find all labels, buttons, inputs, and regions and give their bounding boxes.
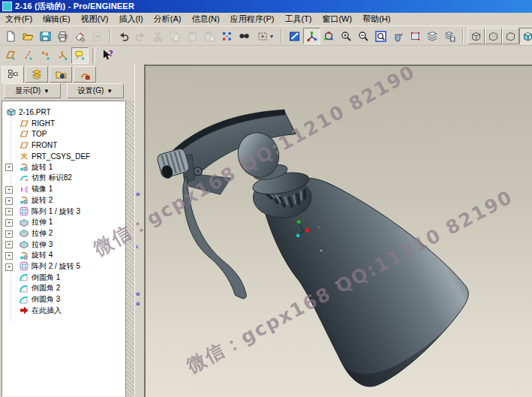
regenerate-button[interactable] (218, 28, 236, 44)
title-bar: 2-16 (活动的) - Pro/ENGINEER (0, 0, 532, 13)
zoom-out-icon (357, 30, 370, 43)
annotation-display-toggle[interactable] (71, 47, 89, 64)
erase-display-button[interactable] (71, 28, 89, 44)
view-manager-icon (443, 30, 456, 43)
folder-browser-icon (55, 68, 68, 81)
datum-axis-display-toggle[interactable] (20, 47, 37, 64)
expand-icon[interactable]: + (5, 219, 13, 227)
refit-button[interactable] (372, 28, 389, 44)
cut-icon (152, 30, 164, 43)
orient-mode-button[interactable] (320, 28, 338, 44)
expand-icon[interactable]: + (5, 197, 13, 205)
menu-view[interactable]: 视图(V) (76, 13, 114, 26)
sash-collapse-arrow[interactable]: ‹ (136, 244, 138, 250)
tree-item-round-1[interactable]: 倒圆角 1 (2, 272, 125, 283)
zoom-in-button[interactable] (338, 28, 355, 44)
find-button[interactable] (236, 28, 253, 44)
tree-item-revolve-1[interactable]: +旋转 1 (2, 161, 125, 173)
csys-display-toggle[interactable] (54, 47, 71, 64)
revolve-icon (19, 195, 29, 205)
wireframe-button[interactable] (467, 28, 485, 44)
menu-analysis[interactable]: 分析(A) (149, 13, 187, 26)
tree-item-pattern-1[interactable]: +阵列 1 / 旋转 3 (2, 206, 125, 217)
tree-item-revolve-2[interactable]: +旋转 2 (2, 195, 125, 206)
tree-item-label: 拉伸 1 (32, 217, 53, 227)
cube-wireframe-icon (470, 30, 482, 43)
tree-item-mirror-1[interactable]: +镜像 1 (2, 184, 125, 195)
layers-button[interactable] (424, 28, 441, 44)
paste-icon (186, 30, 199, 43)
tree-item-trim-82[interactable]: 切剪 标识82 (2, 173, 125, 184)
undo-button[interactable] (115, 28, 132, 44)
datum-point-display-toggle[interactable] (37, 47, 54, 64)
tree-item-part[interactable]: 2-16.PRT (2, 107, 125, 118)
print-button[interactable] (54, 28, 71, 44)
menu-tools[interactable]: 工具(T) (279, 13, 317, 26)
expand-icon[interactable]: + (5, 164, 13, 171)
tree-item-insert-here[interactable]: 在此插入 (2, 305, 125, 316)
zoom-out-button[interactable] (355, 28, 372, 44)
cut-button (149, 28, 167, 44)
tree-item-extrude-3[interactable]: +拉伸 3 (2, 239, 125, 250)
tree-item-csys[interactable]: PRT_CSYS_DEF (2, 151, 125, 162)
menu-window[interactable]: 窗口(W) (317, 13, 357, 26)
expand-icon[interactable]: + (5, 208, 13, 215)
layers-icon (426, 30, 439, 43)
expand-icon[interactable]: + (5, 186, 13, 194)
menu-applications[interactable]: 应用程序(P) (225, 13, 280, 26)
expand-icon[interactable]: + (5, 252, 13, 260)
tab-layer-tree[interactable] (26, 66, 48, 83)
reorient-view-button[interactable] (389, 28, 407, 44)
expand-icon[interactable]: + (5, 241, 13, 248)
named-views-button[interactable] (407, 28, 424, 44)
save-button[interactable] (37, 28, 54, 44)
erase-icon (74, 30, 86, 43)
tab-folder-browser[interactable] (50, 66, 72, 83)
menu-help[interactable]: 帮助(H) (357, 13, 395, 26)
datum-plane-display-icon (5, 49, 17, 62)
tree-item-top[interactable]: TOP (2, 128, 125, 140)
sash-collapse-arrow[interactable]: » (136, 191, 140, 197)
datum-plane-display-toggle[interactable] (2, 47, 20, 64)
tree-item-front[interactable]: FRONT (2, 140, 125, 151)
context-help-button[interactable]: ? (99, 47, 116, 64)
tree-item-round-3[interactable]: 倒圆角 3 (2, 294, 125, 305)
svg-text:?: ? (109, 50, 113, 58)
sash-collapse-arrow[interactable]: « (136, 291, 140, 297)
open-file-button[interactable] (20, 28, 37, 44)
tree-item-round-2[interactable]: 倒圆角 2 (2, 283, 125, 294)
expand-icon[interactable]: + (5, 263, 13, 271)
spin-center-button[interactable] (303, 28, 320, 44)
tree-item-extrude-1[interactable]: +拉伸 1 (2, 217, 125, 228)
new-file-button[interactable] (2, 28, 20, 44)
menu-info[interactable]: 信息(N) (186, 13, 224, 26)
tab-model-tree[interactable] (2, 66, 24, 83)
menu-insert[interactable]: 插入(I) (113, 13, 148, 26)
tree-item-pattern-2[interactable]: +阵列 2 / 旋转 5 (2, 261, 125, 272)
expand-icon[interactable]: + (5, 230, 13, 238)
shaded-button[interactable] (519, 28, 532, 44)
menu-edit[interactable]: 编辑(E) (38, 13, 76, 26)
hidden-line-button[interactable] (485, 28, 502, 44)
repaint-button[interactable] (286, 28, 303, 44)
menu-file[interactable]: 文件(F) (0, 13, 38, 26)
tree-item-right[interactable]: RIGHT (2, 118, 125, 129)
tree-item-label: PRT_CSYS_DEF (32, 152, 90, 161)
delete-old-versions-button (89, 28, 106, 44)
tree-show-button[interactable]: 显示(D)▼ (4, 83, 61, 98)
tree-item-label: 旋转 1 (32, 162, 53, 173)
no-hidden-button[interactable] (502, 28, 519, 44)
tree-item-revolve-4[interactable]: +旋转 4 (2, 250, 125, 261)
selection-filter-button[interactable]: ▾ (253, 28, 277, 44)
tree-settings-button[interactable]: 设置(G)▼ (67, 83, 124, 98)
sash-collapse-arrow[interactable]: « (136, 301, 140, 307)
graphics-viewport[interactable] (144, 65, 532, 397)
tree-item-label: 2-16.PRT (19, 108, 51, 116)
insert-here-icon (19, 305, 29, 315)
main-toolbar: ▾ (0, 26, 532, 46)
paste-button (184, 28, 201, 44)
tree-item-extrude-2[interactable]: +拉伸 2 (2, 228, 125, 239)
tree-item-label: 阵列 2 / 旋转 5 (32, 261, 80, 272)
view-manager-button[interactable] (441, 28, 458, 44)
tab-connections[interactable] (74, 66, 96, 83)
